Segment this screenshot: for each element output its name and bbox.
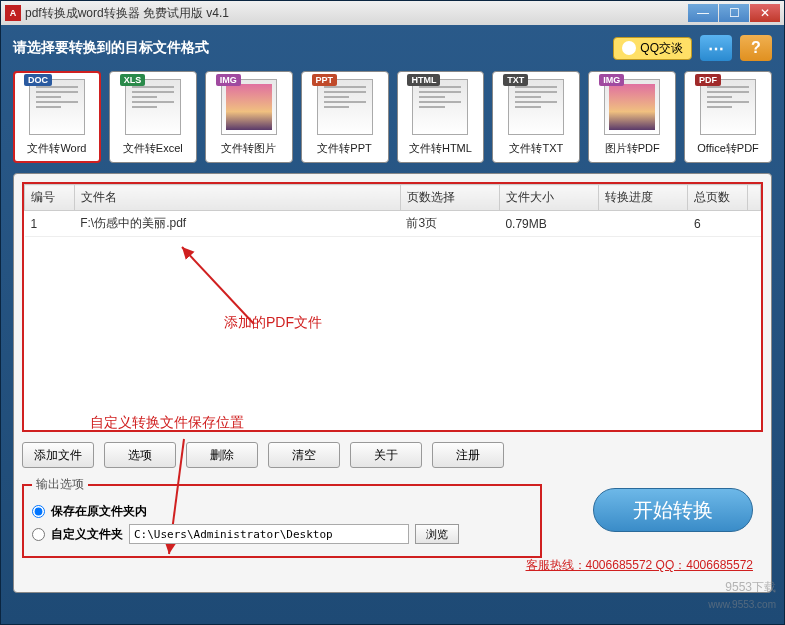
format-tag: TXT [503, 74, 528, 86]
radio-original-folder[interactable] [32, 505, 45, 518]
format-tag: IMG [216, 74, 241, 86]
qq-icon [622, 41, 636, 55]
browse-button[interactable]: 浏览 [415, 524, 459, 544]
format-btn-5[interactable]: TXT文件转TXT [492, 71, 580, 163]
format-tag: PDF [695, 74, 721, 86]
app-window: A pdf转换成word转换器 免费试用版 v4.1 — ☐ ✕ 请选择要转换到… [0, 0, 785, 625]
chat-icon[interactable]: ⋯ [700, 35, 732, 61]
qq-label: QQ交谈 [640, 40, 683, 57]
clear-button[interactable]: 清空 [268, 442, 340, 468]
annotation-added-file: 添加的PDF文件 [224, 314, 322, 332]
main-panel: 编号 文件名 页数选择 文件大小 转换进度 总页数 1F:\伤感中的美丽.pdf… [13, 173, 772, 593]
th-extra [748, 185, 761, 211]
options-button[interactable]: 选项 [104, 442, 176, 468]
hotline-text[interactable]: 客服热线：4006685572 QQ：4006685572 [526, 557, 753, 574]
label-custom-folder: 自定义文件夹 [51, 526, 123, 543]
format-btn-0[interactable]: DOC文件转Word [13, 71, 101, 163]
format-tag: XLS [120, 74, 146, 86]
format-preview-icon: DOC [29, 79, 85, 135]
th-size[interactable]: 文件大小 [499, 185, 598, 211]
th-total[interactable]: 总页数 [688, 185, 748, 211]
output-options: 输出选项 保存在原文件夹内 自定义文件夹 浏览 [22, 476, 542, 558]
format-tag: DOC [24, 74, 52, 86]
toolbar-area: 请选择要转换到的目标文件格式 QQ交谈 ⋯ ? DOC文件转WordXLS文件转… [1, 25, 784, 173]
prompt-text: 请选择要转换到的目标文件格式 [13, 39, 209, 57]
close-button[interactable]: ✕ [750, 4, 780, 22]
watermark-url: www.9553.com [708, 599, 776, 610]
format-preview-icon: XLS [125, 79, 181, 135]
watermark-site: 9553下载 [725, 579, 776, 596]
cell-size: 0.79MB [499, 211, 598, 237]
format-btn-4[interactable]: HTML文件转HTML [397, 71, 485, 163]
cell-total: 6 [688, 211, 748, 237]
file-table-wrap: 编号 文件名 页数选择 文件大小 转换进度 总页数 1F:\伤感中的美丽.pdf… [22, 182, 763, 432]
th-num[interactable]: 编号 [25, 185, 75, 211]
cell-pages: 前3页 [400, 211, 499, 237]
start-convert-button[interactable]: 开始转换 [593, 488, 753, 532]
cell-name: F:\伤感中的美丽.pdf [74, 211, 400, 237]
format-label: 图片转PDF [605, 141, 660, 156]
annotation-custom-path: 自定义转换文件保存位置 [90, 414, 244, 432]
format-preview-icon: IMG [604, 79, 660, 135]
format-preview-icon: HTML [412, 79, 468, 135]
format-label: 文件转Word [27, 141, 86, 156]
radio-custom-folder[interactable] [32, 528, 45, 541]
maximize-button[interactable]: ☐ [719, 4, 749, 22]
minimize-button[interactable]: — [688, 4, 718, 22]
format-btn-3[interactable]: PPT文件转PPT [301, 71, 389, 163]
button-row: 添加文件 选项 删除 清空 关于 注册 [22, 442, 763, 468]
format-tag: HTML [407, 74, 440, 86]
about-button[interactable]: 关于 [350, 442, 422, 468]
format-label: 文件转PPT [317, 141, 371, 156]
format-preview-icon: IMG [221, 79, 277, 135]
format-label: 文件转HTML [409, 141, 472, 156]
add-file-button[interactable]: 添加文件 [22, 442, 94, 468]
format-tag: PPT [312, 74, 338, 86]
format-label: 文件转TXT [509, 141, 563, 156]
format-btn-2[interactable]: IMG文件转图片 [205, 71, 293, 163]
format-btn-6[interactable]: IMG图片转PDF [588, 71, 676, 163]
label-original-folder: 保存在原文件夹内 [51, 503, 147, 520]
delete-button[interactable]: 删除 [186, 442, 258, 468]
window-title: pdf转换成word转换器 免费试用版 v4.1 [25, 5, 688, 22]
th-progress[interactable]: 转换进度 [599, 185, 688, 211]
format-label: 文件转图片 [221, 141, 276, 156]
format-btn-1[interactable]: XLS文件转Excel [109, 71, 197, 163]
output-legend: 输出选项 [32, 476, 88, 493]
format-label: Office转PDF [697, 141, 759, 156]
file-table: 编号 文件名 页数选择 文件大小 转换进度 总页数 1F:\伤感中的美丽.pdf… [24, 184, 761, 237]
format-preview-icon: TXT [508, 79, 564, 135]
app-icon: A [5, 5, 21, 21]
help-icon[interactable]: ? [740, 35, 772, 61]
format-preview-icon: PDF [700, 79, 756, 135]
register-button[interactable]: 注册 [432, 442, 504, 468]
format-btn-7[interactable]: PDFOffice转PDF [684, 71, 772, 163]
format-tag: IMG [599, 74, 624, 86]
cell-num: 1 [25, 211, 75, 237]
svg-line-0 [182, 247, 254, 324]
table-row[interactable]: 1F:\伤感中的美丽.pdf前3页0.79MB6 [25, 211, 761, 237]
format-preview-icon: PPT [317, 79, 373, 135]
cell-progress [599, 211, 688, 237]
qq-chat-button[interactable]: QQ交谈 [613, 37, 692, 60]
titlebar: A pdf转换成word转换器 免费试用版 v4.1 — ☐ ✕ [1, 1, 784, 25]
custom-path-input[interactable] [129, 524, 409, 544]
th-pages[interactable]: 页数选择 [400, 185, 499, 211]
format-label: 文件转Excel [123, 141, 183, 156]
th-name[interactable]: 文件名 [74, 185, 400, 211]
format-buttons: DOC文件转WordXLS文件转ExcelIMG文件转图片PPT文件转PPTHT… [13, 71, 772, 163]
